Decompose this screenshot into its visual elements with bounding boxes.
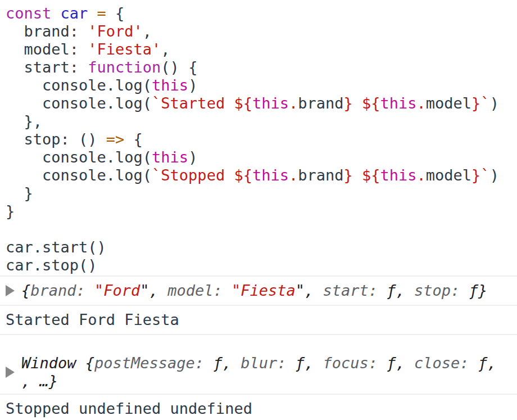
code-token: }` [471, 94, 490, 112]
code-editor: const car = { brand: 'Ford', model: 'Fie… [0, 0, 517, 276]
code-token: , [161, 40, 170, 58]
code-token: function [88, 58, 161, 76]
code-token: close: [414, 354, 478, 372]
code-token: . [417, 166, 426, 184]
code-token: => [106, 130, 125, 148]
code-token: }` [471, 166, 490, 184]
code-token: { [85, 354, 94, 372]
code-line: car.start() [6, 238, 511, 256]
code-token: { [106, 4, 125, 22]
code-token: ƒ, [387, 354, 414, 372]
code-token: console.log( [6, 148, 152, 166]
code-token: ƒ} [469, 282, 488, 299]
code-token: car [61, 4, 88, 22]
log-text: Started Ford Fiesta [6, 311, 179, 329]
code-line: start: function() { [6, 58, 511, 76]
code-line: stop: () => { [6, 130, 511, 148]
code-token: = [97, 4, 106, 22]
code-token: } [343, 94, 352, 112]
code-token: car.start() [6, 238, 106, 256]
code-token: { [21, 282, 30, 299]
code-token: blur: [241, 354, 296, 372]
console-row-log: Started Ford Fiesta [0, 305, 517, 334]
code-token: model [426, 166, 471, 184]
code-token: this [152, 148, 188, 166]
code-token: } [6, 184, 33, 202]
code-token: start: [323, 282, 387, 299]
code-line: console.log(this) [6, 76, 511, 94]
code-token: model [426, 94, 471, 112]
code-line: console.log(this) [6, 148, 511, 166]
code-token: "Ford [94, 282, 140, 299]
code-token: brand [298, 94, 343, 112]
code-token: . [289, 166, 298, 184]
code-line: } [6, 202, 511, 220]
code-token: () { [161, 58, 197, 76]
code-token: brand [298, 166, 343, 184]
code-token [88, 4, 97, 22]
code-token: ", [296, 282, 323, 299]
code-token: ) [188, 76, 197, 94]
expand-arrow[interactable] [6, 354, 21, 390]
code-token: , [143, 22, 152, 40]
code-line: model: 'Fiesta', [6, 40, 511, 58]
triangle-right-icon [6, 285, 15, 296]
code-token: focus: [323, 354, 387, 372]
code-line: }, [6, 112, 511, 130]
code-token: console.log( [6, 166, 152, 184]
code-token: ƒ, [478, 354, 497, 372]
code-token: Window [21, 354, 85, 372]
code-token: brand: [30, 282, 94, 299]
expand-arrow[interactable] [6, 282, 21, 300]
preview-line: {brand: "Ford", model: "Fiesta", start: … [21, 282, 487, 300]
code-token: ƒ, [387, 282, 414, 299]
code-token: brand: [6, 22, 88, 40]
code-token: this [252, 166, 289, 184]
code-token: ƒ, [213, 354, 241, 372]
code-token: `Started ${ [152, 94, 252, 112]
preview-line: Window {postMessage: ƒ, blur: ƒ, focus: … [21, 354, 496, 372]
code-line: car.stop() [6, 256, 511, 274]
console-row-log: Stopped undefined undefined [0, 394, 517, 420]
object-preview-text: {brand: "Ford", model: "Fiesta", start: … [21, 282, 487, 300]
code-token: start: [6, 58, 88, 76]
code-token: ) [490, 166, 499, 184]
code-token: } [6, 202, 15, 220]
code-token: car.stop() [6, 256, 97, 274]
code-token: ${ [362, 94, 380, 112]
object-preview-text: Window {postMessage: ƒ, blur: ƒ, focus: … [21, 354, 496, 390]
code-token: this [380, 94, 417, 112]
code-token: this [380, 166, 417, 184]
console-row-object-preview: {brand: "Ford", model: "Fiesta", start: … [0, 276, 517, 305]
code-line: console.log(`Started ${this.brand} ${thi… [6, 94, 511, 112]
code-token: postMessage: [94, 354, 213, 372]
code-token: this [252, 94, 289, 112]
code-token: , …} [21, 372, 58, 390]
code-token: console.log( [6, 76, 152, 94]
code-token: stop: [414, 282, 469, 299]
code-token: ƒ, [296, 354, 323, 372]
code-token: const [6, 4, 51, 22]
code-token: . [417, 94, 426, 112]
code-token [353, 94, 362, 112]
code-line [6, 220, 511, 238]
code-line: console.log(`Stopped ${this.brand} ${thi… [6, 166, 511, 184]
code-token: } [343, 166, 352, 184]
code-line: const car = { [6, 4, 511, 22]
code-token: stop: () [6, 130, 106, 148]
code-line: brand: 'Ford', [6, 22, 511, 40]
console-row-window-preview: Window {postMessage: ƒ, blur: ƒ, focus: … [0, 334, 517, 394]
code-token: `Stopped ${ [152, 166, 252, 184]
console-output: {brand: "Ford", model: "Fiesta", start: … [0, 276, 517, 420]
code-token: . [289, 94, 298, 112]
triangle-right-icon [6, 367, 15, 378]
code-token: ) [490, 94, 499, 112]
code-token: ) [188, 148, 197, 166]
code-token: 'Fiesta' [88, 40, 161, 58]
code-token: }, [6, 112, 42, 130]
log-text: Stopped undefined undefined [6, 400, 252, 418]
code-token [51, 4, 60, 22]
code-token [353, 166, 362, 184]
code-token: { [124, 130, 143, 148]
code-token: ", [140, 282, 167, 299]
